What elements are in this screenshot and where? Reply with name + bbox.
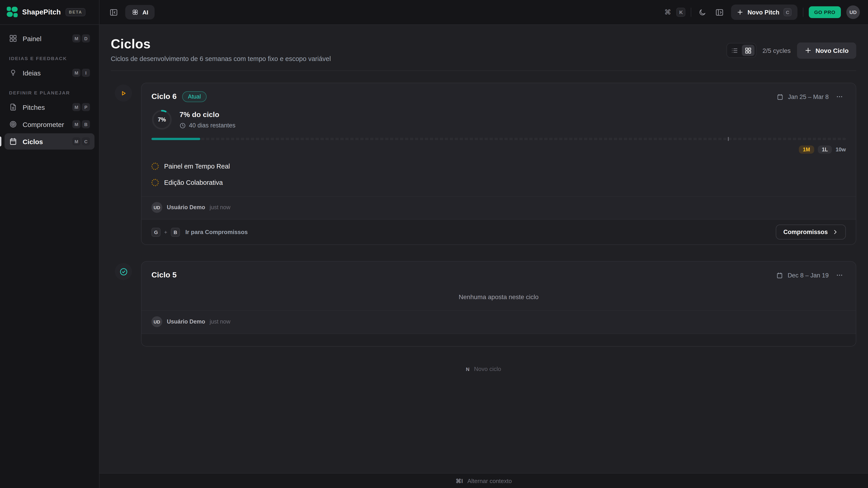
novo-pitch-button[interactable]: Novo Pitch C (731, 4, 798, 20)
page-title: Ciclos (111, 37, 331, 52)
author-time: just now (210, 319, 230, 325)
kbd-key-c: C (783, 8, 792, 16)
kbd-key: B (82, 120, 90, 128)
sidebar-nav: Painel M D IDEIAS E FEEDBACK Ideias M I … (0, 25, 99, 156)
shortcut-badges: M B (72, 120, 90, 128)
list-view-button[interactable] (728, 45, 741, 56)
shortcut-hint-label: Ir para Compromissos (185, 229, 248, 235)
right-panel-toggle-button[interactable] (714, 6, 726, 18)
days-remaining: 40 dias restantes (180, 122, 236, 129)
list-view-icon (731, 47, 738, 54)
calendar-icon (776, 272, 783, 279)
sidebar-item-label: Pitches (23, 103, 45, 111)
go-pro-button[interactable]: GO PRO (809, 6, 841, 18)
more-options-button[interactable] (833, 270, 846, 281)
kbd-key-g: G (151, 228, 160, 236)
card-title-group: Ciclo 6 Atual (151, 91, 207, 102)
card-footer (142, 333, 856, 346)
sidebar-item-painel[interactable]: Painel M D (4, 30, 94, 46)
panel-left-close-icon (110, 8, 118, 17)
shortcut-badges: M I (72, 69, 90, 77)
cycle-row-ciclo-5: Ciclo 5 Dec 8 – Jan 19 (111, 261, 856, 347)
cycle-status-badge-active (115, 85, 132, 102)
sidebar-item-comprometer[interactable]: Comprometer M B (4, 116, 94, 132)
cycle-card-ciclo-5[interactable]: Ciclo 5 Dec 8 – Jan 19 (141, 261, 856, 347)
shortcut-badges: M D (72, 34, 90, 42)
card-meta: Dec 8 – Jan 19 (776, 270, 846, 281)
sidebar-item-ideias[interactable]: Ideias M I (4, 65, 94, 81)
status-badge: Atual (182, 91, 207, 102)
context-switch-label[interactable]: Alternar contexto (467, 477, 512, 484)
beta-badge: BETA (66, 8, 86, 16)
shortcut-hint: G + B Ir para Compromissos (151, 228, 248, 236)
kbd-key-k: K (677, 8, 686, 17)
collapse-sidebar-button[interactable] (107, 6, 120, 18)
shapepitch-logo-icon (6, 6, 18, 18)
kbd-key: I (82, 69, 90, 77)
card-title-group: Ciclo 5 (151, 271, 177, 280)
compromissos-button[interactable]: Compromissos (776, 225, 846, 239)
main-content: Ciclos Ciclos de desenvolvimento de 6 se… (99, 25, 868, 473)
bet-title: Painel em Tempo Real (164, 163, 230, 170)
panel-right-icon (715, 8, 724, 17)
cycle-card-ciclo-6[interactable]: Ciclo 6 Atual Jan 25 – Mar 8 (141, 83, 856, 245)
calendar-icon (777, 93, 783, 100)
kbd-key: M (72, 103, 81, 111)
author-avatar: UD (151, 316, 162, 327)
clock-icon (180, 122, 186, 129)
app: ShapePitch BETA Painel M D IDEIAS E FEED… (0, 0, 868, 488)
plus-icon (737, 9, 743, 15)
kbd-key-b: B (171, 228, 180, 236)
bet-progress-ring-icon (151, 179, 159, 186)
scope-badge-large: 1L (818, 145, 832, 154)
kbd-key-n: N (466, 366, 469, 372)
theme-toggle-button[interactable] (697, 6, 708, 18)
author-name: Usuário Demo (167, 204, 205, 210)
command-icon: ⌘ (664, 8, 671, 16)
new-cycle-hint-label: Novo ciclo (474, 365, 501, 372)
play-icon (120, 89, 127, 97)
bottombar: ⌘I Alternar contexto (99, 473, 868, 488)
chevron-right-icon (832, 229, 838, 235)
sidebar-item-pitches[interactable]: Pitches M P (4, 99, 94, 115)
compromissos-label: Compromissos (783, 229, 828, 235)
cycle-status-badge-complete (115, 263, 132, 280)
page-subtitle: Ciclos de desenvolvimento de 6 semanas c… (111, 55, 331, 62)
kbd-key: P (82, 103, 90, 111)
calendar-icon (9, 137, 17, 145)
empty-state-text: Nenhuma aposta neste ciclo (142, 281, 856, 311)
kbd-key: M (72, 69, 81, 77)
page-header-text: Ciclos Ciclos de desenvolvimento de 6 se… (111, 37, 331, 62)
author-time: just now (210, 204, 230, 210)
topbar-actions: ⌘ K Novo Pitch C GO PRO (664, 4, 860, 20)
progress-percent: 7% (151, 109, 172, 130)
shortcut-badges: M C (72, 137, 90, 145)
more-options-button[interactable] (833, 91, 846, 102)
cycle-row-ciclo-6: Ciclo 6 Atual Jan 25 – Mar 8 (111, 83, 856, 245)
page-header: Ciclos Ciclos de desenvolvimento de 6 se… (111, 37, 856, 71)
plus-icon (805, 47, 811, 54)
sidebar-item-label: Comprometer (23, 121, 64, 128)
grid-view-button[interactable] (742, 45, 754, 56)
card-meta: Jan 25 – Mar 8 (777, 91, 846, 102)
scope-duration: 10w (836, 147, 846, 153)
user-avatar[interactable]: UD (846, 5, 860, 19)
kbd-key: M (72, 137, 81, 145)
novo-pitch-label: Novo Pitch (747, 9, 779, 15)
kbd-key: C (82, 137, 90, 145)
grid-view-icon (744, 47, 752, 54)
bets-list: Painel em Tempo Real Edição Colaborativa (142, 154, 856, 196)
bet-item[interactable]: Painel em Tempo Real (151, 158, 846, 174)
ai-assistant-button[interactable]: AI (125, 5, 155, 20)
scope-badges-row: 1M 1L 10w (142, 140, 856, 154)
novo-ciclo-button[interactable]: Novo Ciclo (797, 42, 856, 59)
sidebar-section-title: IDEIAS E FEEDBACK (4, 47, 94, 65)
clover-ai-icon (131, 8, 139, 16)
brand[interactable]: ShapePitch BETA (0, 0, 99, 25)
ai-button-label: AI (143, 9, 148, 15)
new-cycle-hint[interactable]: N Novo ciclo (111, 365, 856, 372)
cycle-name: Ciclo 6 (151, 92, 177, 101)
document-icon (9, 103, 17, 111)
sidebar-item-ciclos[interactable]: Ciclos M C (4, 133, 94, 150)
bet-item[interactable]: Edição Colaborativa (151, 174, 846, 191)
